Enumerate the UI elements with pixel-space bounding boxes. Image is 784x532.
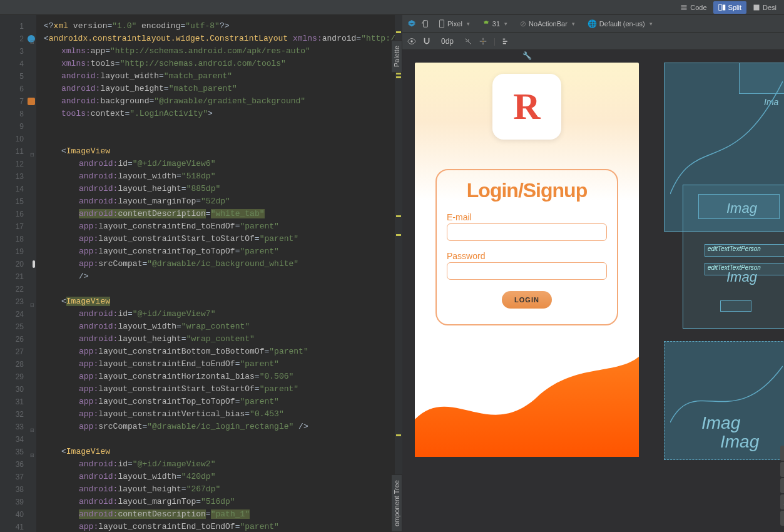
eye-icon[interactable]: [407, 37, 416, 46]
code-line[interactable]: android:layout_height="wrap_content": [36, 333, 395, 345]
gutter-line[interactable]: 33⊟: [0, 421, 36, 433]
code-line[interactable]: app:layout_constraintBottom_toBottomOf="…: [36, 345, 395, 358]
gutter-line[interactable]: 36: [0, 458, 36, 471]
code-line[interactable]: app:srcCompat="@drawable/ic_login_rectan…: [36, 421, 395, 433]
gutter-line[interactable]: 13: [0, 170, 36, 183]
code-line[interactable]: app:layout_constraintStart_toStartOf="pa…: [36, 233, 395, 245]
gutter-marker-icon[interactable]: [28, 98, 35, 105]
error-stripe-mark[interactable]: [396, 76, 401, 78]
code-line[interactable]: android:layout_height="885dp": [36, 183, 395, 195]
gutter-line[interactable]: 41: [0, 521, 36, 532]
fold-icon[interactable]: ⊟: [29, 299, 34, 305]
gutter-line[interactable]: 17: [0, 220, 36, 233]
gutter-line[interactable]: 31: [0, 396, 36, 408]
code-line[interactable]: <androidx.constraintlayout.widget.Constr…: [36, 33, 395, 45]
code-line[interactable]: android:layout_marginTop="516dp": [36, 496, 395, 508]
error-stripe[interactable]: [395, 15, 402, 532]
gutter-line[interactable]: 39: [0, 496, 36, 508]
email-input[interactable]: [447, 223, 607, 241]
gutter-line[interactable]: 26: [0, 333, 36, 345]
code-line[interactable]: [36, 433, 395, 446]
component-tree-tab[interactable]: omponent Tree: [391, 474, 402, 532]
guidelines-icon[interactable]: [502, 37, 511, 46]
fold-icon[interactable]: ⊟: [29, 36, 34, 42]
locale-selector[interactable]: 🌐 Default (en-us): [584, 18, 656, 29]
code-line[interactable]: app:layout_constraintHorizontal_bias="0.…: [36, 371, 395, 383]
fold-icon[interactable]: ⊟: [29, 449, 34, 455]
gutter-line[interactable]: 37: [0, 471, 36, 483]
zoom-in-button[interactable]: +: [780, 462, 784, 477]
gutter-line[interactable]: 6: [0, 83, 36, 95]
code-line[interactable]: <?xml version="1.0" encoding="utf-8"?>: [36, 20, 395, 33]
code-line[interactable]: <ImageView: [36, 145, 395, 158]
blueprint-preview[interactable]: Ima Imag editTextTextPerson editTextText…: [664, 63, 784, 457]
gutter-line[interactable]: 12: [0, 158, 36, 170]
code-line[interactable]: android:layout_width="wrap_content": [36, 320, 395, 333]
gutter-line[interactable]: 10: [0, 133, 36, 145]
code-line[interactable]: [36, 120, 395, 133]
layers-icon[interactable]: [407, 19, 416, 28]
fold-icon[interactable]: ⊟: [29, 149, 34, 155]
code-line[interactable]: [36, 283, 395, 295]
view-design-button[interactable]: Desi: [748, 1, 781, 14]
zoom-fit-button[interactable]: [780, 511, 784, 526]
gutter-line[interactable]: 28: [0, 358, 36, 371]
view-code-button[interactable]: Code: [675, 1, 711, 14]
code-line[interactable]: android:background="@drawable/gradient_b…: [36, 95, 395, 108]
code-line[interactable]: android:layout_height="267dp": [36, 483, 395, 496]
editor-gutter[interactable]: 12⊟34567891011⊟121314151617181920212223⊟…: [0, 15, 36, 532]
code-line[interactable]: android:contentDescription="path_1": [36, 508, 395, 521]
design-surface[interactable]: 🔧 R Login/Signup E-mail Password LOGIN: [402, 50, 784, 532]
gutter-line[interactable]: 21: [0, 270, 36, 283]
gutter-line[interactable]: 32: [0, 408, 36, 421]
gutter-line[interactable]: 8: [0, 108, 36, 120]
code-line[interactable]: android:layout_width="518dp": [36, 170, 395, 183]
view-split-button[interactable]: Split: [713, 1, 746, 14]
login-button[interactable]: LOGIN: [502, 291, 552, 309]
pan-button[interactable]: ✋: [780, 446, 784, 461]
gutter-line[interactable]: 24: [0, 308, 36, 320]
code-line[interactable]: <ImageView: [36, 446, 395, 458]
gutter-line[interactable]: 30: [0, 383, 36, 396]
gutter-line[interactable]: 25: [0, 320, 36, 333]
error-stripe-mark[interactable]: [396, 73, 401, 74]
zoom-out-button[interactable]: −: [780, 478, 784, 493]
device-preview[interactable]: R Login/Signup E-mail Password LOGIN: [415, 63, 639, 457]
gutter-line[interactable]: 29: [0, 371, 36, 383]
code-line[interactable]: app:layout_constraintVertical_bias="0.45…: [36, 408, 395, 421]
gutter-line[interactable]: 40: [0, 508, 36, 521]
gutter-line[interactable]: 4: [0, 58, 36, 70]
code-line[interactable]: android:layout_marginTop="52dp": [36, 195, 395, 208]
gutter-line[interactable]: 5: [0, 70, 36, 83]
code-line[interactable]: android:layout_width="420dp": [36, 471, 395, 483]
code-line[interactable]: app:layout_constraintTop_toTopOf="parent…: [36, 396, 395, 408]
code-line[interactable]: app:layout_constraintEnd_toEndOf="parent…: [36, 220, 395, 233]
gutter-line[interactable]: 23⊟: [0, 295, 36, 308]
zoom-actual-button[interactable]: 1:1: [780, 494, 784, 509]
gutter-line[interactable]: 1: [0, 20, 36, 33]
default-margin[interactable]: 0dp: [437, 36, 457, 47]
code-line[interactable]: xmlns:app="http://schemas.android.com/ap…: [36, 45, 395, 58]
gutter-line[interactable]: 9: [0, 120, 36, 133]
code-area[interactable]: <?xml version="1.0" encoding="utf-8"?><a…: [36, 15, 395, 532]
code-line[interactable]: android:id="@+id/imageView7": [36, 308, 395, 320]
code-line[interactable]: android:contentDescription="white_tab": [36, 208, 395, 220]
gutter-line[interactable]: 7: [0, 95, 36, 108]
theme-selector[interactable]: ⊘ NoActionBar: [516, 18, 579, 29]
gutter-line[interactable]: 3: [0, 45, 36, 58]
code-line[interactable]: <ImageView: [36, 295, 395, 308]
gutter-line[interactable]: 38: [0, 483, 36, 496]
code-line[interactable]: app:srcCompat="@drawable/ic_background_w…: [36, 258, 395, 270]
code-line[interactable]: />: [36, 270, 395, 283]
gutter-line[interactable]: 2⊟: [0, 33, 36, 45]
code-line[interactable]: android:id="@+id/imageView6": [36, 158, 395, 170]
gutter-line[interactable]: 22: [0, 283, 36, 295]
code-line[interactable]: android:id="@+id/imageView2": [36, 458, 395, 471]
gutter-line[interactable]: 14: [0, 183, 36, 195]
code-line[interactable]: [36, 133, 395, 145]
palette-tab[interactable]: Palette: [391, 40, 402, 73]
api-selector[interactable]: 31: [479, 19, 511, 29]
gutter-line[interactable]: 19: [0, 245, 36, 258]
password-input[interactable]: [447, 262, 607, 280]
gutter-line[interactable]: 20: [0, 258, 36, 270]
